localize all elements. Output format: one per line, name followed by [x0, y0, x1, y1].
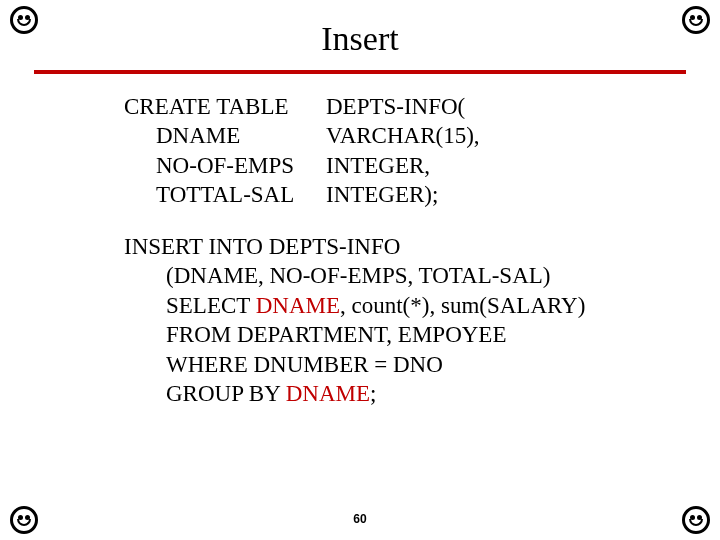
- column-name: NO-OF-EMPS: [156, 151, 326, 180]
- smiley-icon: [10, 506, 38, 534]
- smiley-icon: [682, 506, 710, 534]
- title-divider: [34, 70, 686, 74]
- insert-block: INSERT INTO DEPTS-INFO (DNAME, NO-OF-EMP…: [124, 232, 720, 409]
- smiley-icon: [682, 6, 710, 34]
- code-line: NO-OF-EMPSINTEGER,: [124, 151, 720, 180]
- slide-content: CREATE TABLEDEPTS-INFO( DNAMEVARCHAR(15)…: [124, 92, 720, 408]
- token: DEPTS-INFO(: [326, 92, 465, 121]
- keyword-highlight: DNAME: [256, 293, 340, 318]
- code-line: INSERT INTO DEPTS-INFO: [124, 232, 720, 261]
- column-type: VARCHAR(15),: [326, 121, 480, 150]
- code-line: FROM DEPARTMENT, EMPOYEE: [124, 320, 720, 349]
- create-table-block: CREATE TABLEDEPTS-INFO( DNAMEVARCHAR(15)…: [124, 92, 720, 210]
- token: WHERE DNUMBER = DNO: [166, 352, 443, 377]
- code-line: DNAMEVARCHAR(15),: [124, 121, 720, 150]
- page-title: Insert: [0, 20, 720, 58]
- token: , count(*), sum(SALARY): [340, 293, 585, 318]
- token: ;: [370, 381, 376, 406]
- token: GROUP BY: [166, 381, 286, 406]
- column-type: INTEGER,: [326, 151, 430, 180]
- keyword-highlight: DNAME: [286, 381, 370, 406]
- token: CREATE TABLE: [124, 92, 326, 121]
- token: SELECT: [166, 293, 256, 318]
- column-name: DNAME: [156, 121, 326, 150]
- token: (DNAME, NO-OF-EMPS, TOTAL-SAL): [166, 263, 550, 288]
- code-line: WHERE DNUMBER = DNO: [124, 350, 720, 379]
- code-line: CREATE TABLEDEPTS-INFO(: [124, 92, 720, 121]
- code-line: GROUP BY DNAME;: [124, 379, 720, 408]
- token: FROM DEPARTMENT, EMPOYEE: [166, 322, 506, 347]
- smiley-icon: [10, 6, 38, 34]
- page-number: 60: [353, 512, 366, 526]
- code-line: TOTTAL-SALINTEGER);: [124, 180, 720, 209]
- column-type: INTEGER);: [326, 180, 438, 209]
- code-line: SELECT DNAME, count(*), sum(SALARY): [124, 291, 720, 320]
- column-name: TOTTAL-SAL: [156, 180, 326, 209]
- code-line: (DNAME, NO-OF-EMPS, TOTAL-SAL): [124, 261, 720, 290]
